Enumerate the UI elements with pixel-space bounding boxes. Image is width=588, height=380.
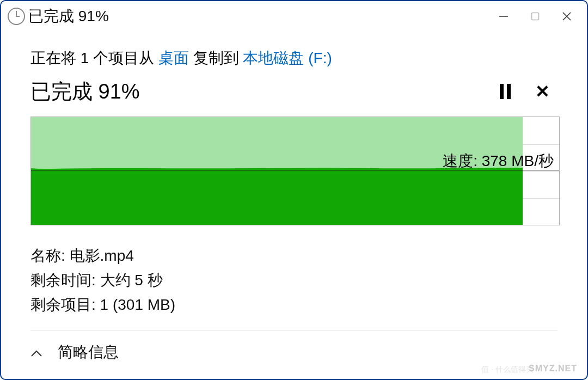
svg-rect-1 [532, 13, 539, 20]
copy-prefix: 正在将 1 个项目从 [30, 50, 158, 66]
copy-mid: 复制到 [189, 50, 243, 66]
pause-button[interactable] [490, 76, 520, 107]
minimize-button[interactable] [488, 4, 519, 28]
divider [30, 330, 558, 330]
detail-name: 名称: 电影.mp4 [30, 244, 558, 268]
speed-label: 速度: 378 MB/秒 [443, 151, 554, 171]
dest-link[interactable]: 本地磁盘 (F:) [243, 50, 332, 66]
maximize-button[interactable] [519, 4, 551, 28]
status-row: 已完成 91% ✕ [30, 76, 558, 107]
pause-icon [500, 84, 511, 99]
details-toggle-label: 简略信息 [58, 342, 119, 363]
detail-time: 剩余时间: 大约 5 秒 [30, 268, 558, 293]
copy-description: 正在将 1 个项目从 桌面 复制到 本地磁盘 (F:) [30, 48, 558, 69]
watermark-badge: 值 · 什么值得买 [481, 365, 534, 375]
clock-icon [8, 8, 25, 25]
window-title: 已完成 91% [28, 6, 488, 27]
speed-chart: 速度: 378 MB/秒 [30, 117, 560, 225]
details-block: 名称: 电影.mp4 剩余时间: 大约 5 秒 剩余项目: 1 (301 MB) [30, 244, 558, 317]
content-area: 正在将 1 个项目从 桌面 复制到 本地磁盘 (F:) 已完成 91% ✕ 速度… [1, 32, 587, 317]
progress-status: 已完成 91% [30, 78, 483, 106]
chevron-up-icon [30, 344, 42, 361]
close-window-button[interactable] [551, 4, 583, 28]
detail-items: 剩余项目: 1 (301 MB) [30, 293, 558, 317]
watermark-text: SMYZ.NET [529, 364, 577, 373]
cancel-button[interactable]: ✕ [527, 76, 558, 107]
details-toggle[interactable]: 简略信息 [30, 342, 119, 363]
close-icon: ✕ [535, 81, 550, 102]
source-link[interactable]: 桌面 [158, 50, 189, 66]
titlebar: 已完成 91% [1, 1, 587, 32]
